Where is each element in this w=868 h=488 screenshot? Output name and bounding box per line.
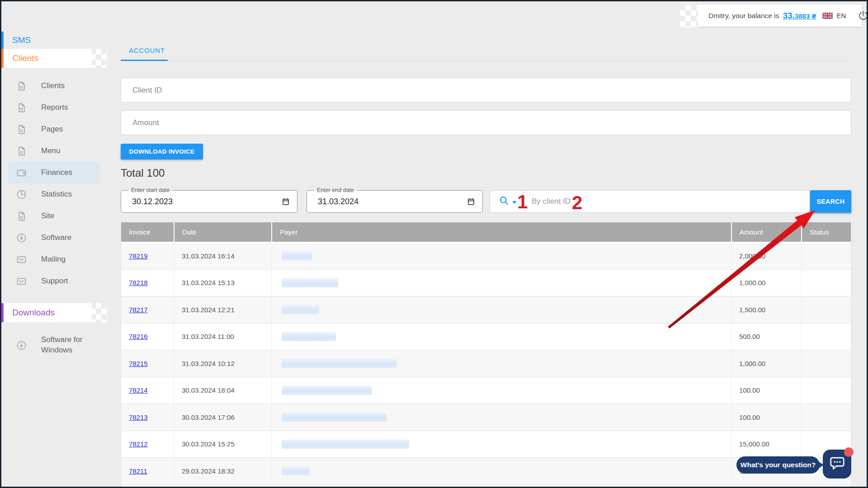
invoice-link[interactable]: 78216 (129, 333, 148, 340)
invoice-amount: 2,000.00 (731, 243, 801, 269)
invoice-link[interactable]: 78217 (129, 306, 148, 314)
sidebar-item-mailing[interactable]: Mailing (8, 249, 99, 270)
chat-launcher-button[interactable] (823, 450, 851, 479)
payer-cell (271, 404, 731, 431)
document-icon (15, 123, 27, 135)
invoices-table: InvoiceDatePayerAmountStatus 7821931.03.… (121, 222, 851, 487)
sidebar-item-support[interactable]: Support (8, 270, 99, 292)
invoice-link[interactable]: 78211 (129, 467, 147, 475)
payer-redacted (282, 359, 396, 368)
end-date-field[interactable]: Enter end date 31.03.2024 (307, 190, 483, 213)
balance-link[interactable]: 33,3883 ₴ (783, 11, 816, 21)
end-date-label: Enter end date (314, 187, 357, 194)
invoice-date: 29.03.2024 18:32 (174, 458, 271, 484)
payer-cell (271, 458, 731, 484)
invoice-link[interactable]: 78213 (129, 413, 148, 421)
payer-redacted (282, 386, 372, 395)
table-row: 7821330.03.2024 17:06100.00 (121, 404, 851, 431)
downloads-accent-bar (1, 303, 4, 322)
language-label[interactable]: EN (836, 12, 846, 19)
sidebar-item-pages[interactable]: Pages (8, 118, 99, 140)
sidebar-item-label: Reports (41, 103, 101, 113)
sidebar-item-finances[interactable]: Finances (8, 162, 99, 183)
payer-cell (271, 324, 731, 350)
payer-cell (271, 431, 731, 458)
annotation-step-2: 2 (572, 192, 582, 214)
document-icon (15, 80, 27, 92)
sidebar-item-label: Software for Windows (41, 335, 101, 356)
start-date-value: 30.12.2023 (132, 197, 173, 206)
invoice-link[interactable]: 78215 (129, 360, 148, 367)
search-input[interactable] (525, 191, 810, 212)
tab-active-underline (121, 60, 168, 61)
table-row: 7821230.03.2024 15:2515,000.00 (121, 431, 851, 458)
invoice-link[interactable]: 78218 (129, 279, 148, 286)
invoice-status (801, 377, 851, 404)
table-body: 7821931.03.2024 16:142,000.007821831.03.… (121, 243, 851, 485)
search-button[interactable]: SEARCH (810, 190, 851, 213)
chat-bubble-text: What's your question? (741, 461, 816, 469)
sidebar-item-clients[interactable]: Clients (8, 75, 99, 97)
end-date-value: 31.03.2024 (318, 197, 359, 206)
invoice-date: 31.03.2024 10:12 (174, 350, 271, 377)
client-id-field[interactable] (121, 78, 851, 103)
invoice-link[interactable]: 78212 (129, 440, 148, 448)
annotation-step-1: 1 (517, 191, 528, 213)
sidebar-section-label: SMS (12, 35, 31, 45)
sidebar-item-label: Statistics (41, 189, 101, 200)
sidebar-item-site[interactable]: Site (8, 205, 99, 227)
invoice-date: 30.03.2024 17:06 (174, 404, 271, 431)
sidebar-item-software-for-windows[interactable]: Software for Windows (8, 330, 99, 360)
search-icon (498, 195, 510, 208)
column-header-status: Status (801, 222, 851, 242)
checker-decoration (90, 303, 107, 322)
sidebar-section-sms[interactable]: SMS (1, 32, 101, 49)
column-header-date: Date (174, 222, 271, 242)
invoice-amount: 1,000.00 (731, 350, 801, 377)
start-date-label: Enter start date (128, 187, 172, 194)
invoice-status (801, 404, 851, 431)
invoice-link[interactable]: 78219 (129, 252, 148, 260)
tab-account[interactable]: ACCOUNT (129, 47, 165, 54)
sidebar-section-clients[interactable]: Clients (1, 49, 92, 68)
document-icon (15, 210, 27, 222)
payer-cell (271, 296, 731, 323)
calendar-icon[interactable] (282, 197, 290, 207)
payer-cell (271, 350, 731, 377)
table-row: 7821430.03.2024 18:04100.00 (121, 377, 851, 404)
pie-chart-icon (15, 188, 27, 200)
invoice-status (801, 324, 851, 350)
table-row: 7821731.03.2024 12:211,500.00 (121, 296, 851, 324)
download-invoice-button[interactable]: DOWNLOAD INVOICE (121, 144, 203, 160)
page: Dmitry, your balance is 33,3883 ₴ EN SMS… (0, 0, 868, 488)
search-bar (490, 190, 810, 213)
sidebar-item-reports[interactable]: Reports (8, 97, 99, 118)
payer-redacted (282, 305, 319, 314)
checker-decoration (680, 5, 699, 28)
column-header-payer: Payer (271, 222, 731, 242)
sidebar-item-label: Software (41, 233, 101, 243)
sidebar-item-software[interactable]: Software (8, 227, 99, 249)
sidebar-item-label: Clients (41, 81, 101, 91)
table-row: 7821631.03.2024 11:00500.00 (121, 324, 851, 351)
payer-cell (271, 270, 731, 296)
start-date-field[interactable]: Enter start date 30.12.2023 (121, 190, 297, 213)
chat-question-bubble[interactable]: What's your question? (736, 456, 820, 474)
power-icon[interactable] (858, 10, 868, 21)
amount-field[interactable] (121, 110, 851, 135)
sidebar-section-downloads[interactable]: Downloads (1, 303, 92, 322)
invoice-date: 31.03.2024 16:14 (174, 243, 271, 269)
payer-redacted (282, 440, 409, 449)
sidebar-item-menu[interactable]: Menu (8, 140, 99, 162)
table-header-row: InvoiceDatePayerAmountStatus (121, 222, 851, 243)
invoice-link[interactable]: 78214 (129, 386, 148, 394)
column-header-invoice: Invoice (121, 222, 174, 242)
table-row: 7821931.03.2024 16:142,000.00 (121, 243, 851, 270)
payer-cell (271, 377, 731, 404)
balance-text: Dmitry, your balance is (708, 12, 779, 20)
calendar-icon[interactable] (467, 197, 475, 207)
invoice-amount: 100.00 (731, 404, 801, 431)
sidebar-item-statistics[interactable]: Statistics (8, 183, 99, 205)
uk-flag-icon[interactable] (822, 13, 833, 19)
invoice-status (801, 270, 851, 296)
